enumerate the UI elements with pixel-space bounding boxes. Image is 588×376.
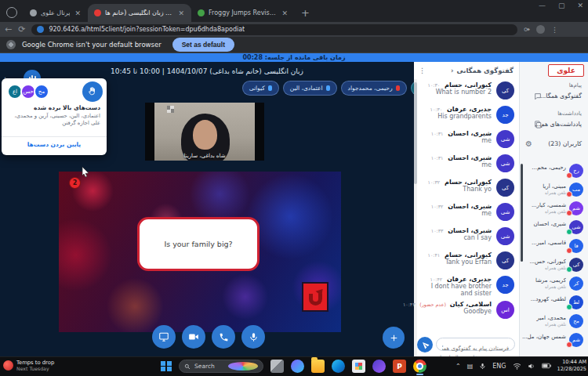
user-device: تلفن همراه [545,284,566,289]
user-list-item[interactable]: مب مبینی، آریا تلفن همراه [520,181,588,200]
tray-app-icon[interactable]: ▤ [467,363,474,370]
lower-hands-link[interactable]: پایین بردن دست‌ها [2,141,107,148]
webcam-tile[interactable]: شاه بداغی، سارینا [145,103,264,161]
user-name: محمدی، امیر [521,315,566,321]
user-list-item[interactable]: کی کیورانی، حس... تلفن همراه [520,256,588,275]
actions-plus-button[interactable] [383,327,405,349]
minimize-button[interactable]: — [539,2,546,9]
volume-icon[interactable] [528,363,535,370]
profile-avatar[interactable] [536,25,545,34]
store-icon[interactable] [352,360,365,373]
user-list-item[interactable]: رح رحیمی، محم... [520,162,588,181]
phone-button[interactable] [212,325,235,349]
browser-tab[interactable]: علوی - زبان انگلیسی (خانم ها ✕ [88,4,191,22]
manage-users-gear-icon[interactable]: ⚙ [525,139,532,148]
message-text: I dont have brother and sister [418,283,492,297]
windows-taskbar: Temps to drop Next Tuesday Search P ⌃ ▤ [0,356,588,376]
tab-close-icon[interactable]: ✕ [281,9,289,17]
screenshare-button[interactable] [152,325,176,349]
presentation-slide[interactable]: 2 Is your family big? [59,172,341,332]
question-text: Is your family big? [164,240,232,248]
clock[interactable]: 10:44 AM 12/28/2025 [557,359,586,373]
browser-tab[interactable]: Froggy Jumps Revision compa ✕ [191,4,295,22]
participant-pill[interactable]: اعتمادی، الین [283,81,337,96]
user-list-item[interactable]: کر کریمی، مرشا تلفن همراه [520,275,588,294]
notes-section-header: یادداشت‌ها [557,110,582,117]
message-time: ۱۰:۳۲ [428,179,441,185]
chat-message: کی کیورانی، حسام ۱۰:۴۱ Tank you Erfan [418,251,514,272]
task-view-icon[interactable] [270,360,284,373]
close-button[interactable]: ✕ [577,2,583,9]
language-indicator[interactable]: ENG [492,363,506,370]
set-as-default-button[interactable]: Set as default [172,38,234,52]
search-icon [184,363,191,370]
tray-mic-icon[interactable] [479,363,486,370]
tab-title: Froggy Jumps Revision compa [209,9,277,16]
user-name: لطفی، کهرود... [521,296,566,302]
user-list-item[interactable]: شم شمس جهان، مل... [520,331,588,350]
message-author: شیری، احسان [448,227,492,234]
search-highlight-icon [228,362,258,371]
user-list-item[interactable]: مح محمدی، امیر تلفن همراه [520,313,588,331]
sidebar-item-shared-notes[interactable]: یادداشت‌های هم... [520,119,588,132]
user-list-item[interactable]: شی شیری، احسان [520,219,588,237]
participant-pill-name: اعتمادی، الین [290,85,323,92]
user-list-item[interactable]: قا قاسمی، امیر... [520,237,588,256]
tab-search-icon[interactable] [6,7,17,18]
back-icon[interactable]: ← [5,25,12,34]
participant-pill[interactable]: رحیمی، محمدجواد [341,81,407,96]
user-list-item[interactable]: لط لطفی، کهرود... [520,294,588,313]
send-message-button[interactable] [417,337,433,352]
avatar: جد [496,276,514,294]
designer-icon[interactable] [372,360,386,373]
weather-icon [3,360,13,371]
edge-icon[interactable] [332,360,345,373]
reload-icon[interactable]: ⟳ [18,25,25,34]
session-timer-bar: زمان باقی مانده از جلسه: 00:28 [0,53,588,62]
chat-menu-icon[interactable]: ⋮ [419,67,426,74]
chat-panel-title: گفتوگوی همگانی‹ [451,67,514,74]
participant-pill[interactable]: کیوانی [242,81,279,96]
user-list-item[interactable]: شم شمسی، کیار... تلفن همراه [520,200,588,219]
taskbar-search[interactable]: Search [179,360,263,373]
raise-hand-button[interactable] [82,81,103,102]
address-bar[interactable]: 920.6426.a/html5client/join?sessionToken… [31,24,517,35]
webcam-options-icon[interactable] [167,106,174,113]
hidden-icons-chevron[interactable]: ⌃ [456,363,461,370]
user-name: مبینی، آریا [521,183,566,190]
chat-message: شی شیری، احسان ۱۰:۳۱ me [418,154,514,175]
message-time: ۱۰:۴۱ [428,252,441,258]
powerpoint-icon[interactable]: P [393,360,406,373]
chrome-taskbar-icon[interactable] [413,360,426,373]
browser-toolbar: ← ⟳ 920.6426.a/html5client/join?sessionT… [0,22,588,37]
maximize-button[interactable]: ▢ [558,2,565,9]
chevron-left-icon[interactable]: ‹ [451,67,454,74]
chat-input[interactable] [437,343,514,355]
battery-icon[interactable] [542,363,551,369]
chat-message: اس اسلامی، کیان (عدم حضور) ۱۰:۴۳ Goodbye [418,300,514,321]
tab-close-icon[interactable]: ✕ [74,9,82,17]
wifi-icon[interactable] [513,363,521,370]
webcam-name-caption: شاه بداغی، سارینا [154,153,255,159]
sidebar-item-public-chat[interactable]: گفتوگوی همگا... [520,91,588,104]
message-time: ۱۰:۳۱ [431,131,444,136]
new-tab-button[interactable]: + [301,7,310,19]
chat-input-wrap [436,338,515,351]
browser-menu-icon[interactable]: ⋮ [551,26,558,34]
tab-close-icon[interactable]: ✕ [177,9,185,17]
microphone-button[interactable] [241,325,265,349]
extensions-icon[interactable]: ⚩ [524,26,530,34]
start-button[interactable] [161,361,172,372]
camera-button[interactable] [182,325,205,349]
file-explorer-icon[interactable] [311,360,325,373]
avatar: کی [496,251,514,269]
weather-widget[interactable]: Temps to drop Next Tuesday [3,360,54,371]
chat-scrollbar[interactable] [414,79,417,356]
user-name: کیورانی، حس... [521,258,566,265]
browser-tab[interactable]: پرتال علوی ✕ [24,4,88,22]
message-text: me [418,210,492,217]
avatar: جد [496,106,514,124]
copilot-icon[interactable] [291,360,304,373]
message-time: ۱۰:۳۰ [428,82,441,88]
voice-status-badge [566,248,572,254]
